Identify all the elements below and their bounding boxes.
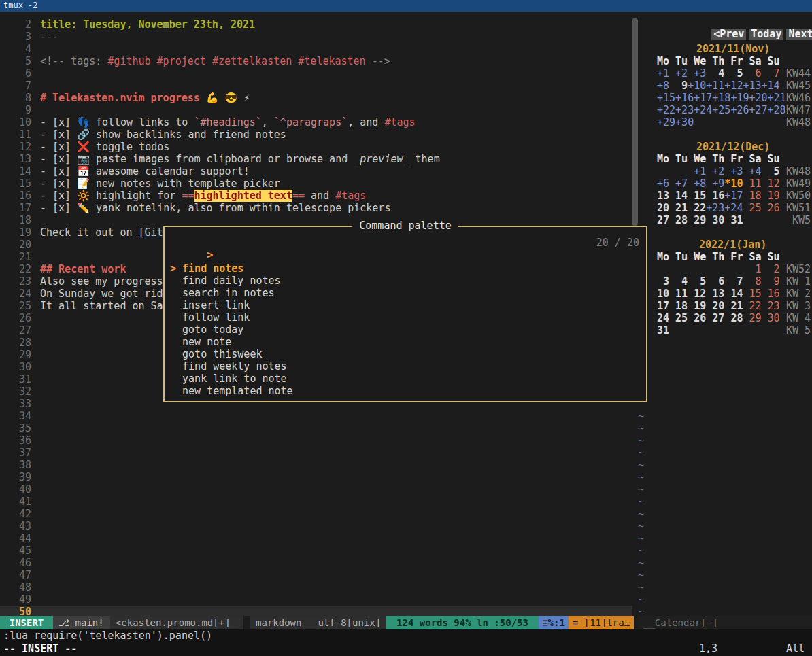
- calendar-day-link[interactable]: +7: [675, 177, 694, 190]
- palette-item[interactable]: new templated note: [170, 385, 293, 397]
- palette-item[interactable]: goto today: [170, 324, 243, 336]
- editor-line[interactable]: 3---: [0, 31, 632, 43]
- calendar-day-link[interactable]: +8: [694, 177, 712, 190]
- calendar-day-link[interactable]: +27: [749, 104, 767, 116]
- line-number: 37: [0, 447, 31, 459]
- editor-line[interactable]: 36: [0, 434, 632, 447]
- calendar-today-button[interactable]: Today: [749, 29, 783, 40]
- calendar-day-link[interactable]: +9: [712, 177, 724, 190]
- editor-line[interactable]: 42: [0, 508, 632, 520]
- command-line[interactable]: :lua require('telekasten').panel(): [3, 629, 212, 642]
- line-text: - [x] 📝 new notes with template picker: [40, 177, 280, 190]
- calendar-day-link[interactable]: +4: [749, 165, 767, 177]
- calendar-day: 13: [712, 288, 730, 300]
- palette-item[interactable]: find daily notes: [170, 275, 281, 287]
- editor-line[interactable]: 13- [x] 📷 paste images from clipboard or…: [0, 153, 632, 165]
- calendar-day-link[interactable]: +3: [730, 165, 749, 177]
- line-number: 7: [0, 80, 31, 92]
- scrollbar-thumb[interactable]: [632, 18, 638, 226]
- editor-line[interactable]: 35: [0, 422, 632, 434]
- text-segment: -->: [366, 55, 390, 67]
- line-text: - [x] 📅 awesome calendar support!: [40, 165, 250, 177]
- editor-line[interactable]: 9: [0, 104, 632, 116]
- editor-line[interactable]: 15- [x] 📝 new notes with template picker: [0, 177, 632, 190]
- editor-line[interactable]: 5<!-- tags: #github #project #zettelkast…: [0, 55, 632, 67]
- editor-line[interactable]: 34: [0, 410, 632, 422]
- palette-item[interactable]: > find notes: [170, 262, 243, 275]
- editor-line[interactable]: 41: [0, 496, 632, 508]
- calendar-day-link[interactable]: +17: [694, 92, 712, 104]
- editor-line[interactable]: 48: [0, 581, 632, 593]
- editor-line[interactable]: 10- [x] 👣 follow links to `#headings`, `…: [0, 116, 632, 128]
- calendar-day-link[interactable]: +20: [749, 92, 767, 104]
- editor-line[interactable]: 47: [0, 569, 632, 581]
- calendar-day-link[interactable]: +24: [694, 104, 712, 116]
- palette-prompt-input[interactable]: > 20 / 20: [170, 237, 639, 249]
- editor-line[interactable]: 37: [0, 447, 632, 459]
- editor-line[interactable]: 7: [0, 80, 632, 92]
- palette-item[interactable]: goto thisweek: [170, 348, 262, 360]
- line-number: 39: [0, 471, 31, 483]
- editor-line[interactable]: 12- [x] ❌ toggle todos: [0, 141, 632, 153]
- calendar-day-link[interactable]: +13: [743, 80, 761, 92]
- palette-item[interactable]: follow link: [170, 311, 250, 324]
- editor-line[interactable]: 16- [x] 🔆 highlight for ==highlighted te…: [0, 190, 632, 202]
- editor-line[interactable]: 46: [0, 557, 632, 569]
- editor-line[interactable]: 44: [0, 532, 632, 545]
- editor-line[interactable]: 8# Telekasten.nvim progress 💪 😎 ⚡: [0, 92, 632, 104]
- calendar-day-link[interactable]: +16: [675, 92, 694, 104]
- calendar-day-link[interactable]: +11: [706, 80, 724, 92]
- line-number: 40: [0, 483, 31, 496]
- editor-line[interactable]: 14- [x] 📅 awesome calendar support!: [0, 165, 632, 177]
- editor-line[interactable]: 2title: Tuesday, November 23th, 2021: [0, 18, 632, 31]
- text-segment: highlight for: [96, 190, 182, 202]
- editor-line[interactable]: 49: [0, 593, 632, 606]
- calendar-day-link[interactable]: +2: [712, 165, 730, 177]
- palette-item[interactable]: new note: [170, 336, 231, 348]
- text-segment: ---: [40, 31, 58, 43]
- calendar-day-link[interactable]: +18: [712, 92, 730, 104]
- calendar-day-link[interactable]: +26: [730, 104, 749, 116]
- editor-line[interactable]: 11- [x] 🔗 show backlinks and friend note…: [0, 128, 632, 141]
- calendar-day-link[interactable]: +2: [675, 67, 694, 80]
- editor-line[interactable]: 39: [0, 471, 632, 483]
- calendar-day-link[interactable]: +19: [730, 92, 749, 104]
- palette-item[interactable]: insert link: [170, 299, 250, 311]
- calendar-day-link[interactable]: +3: [694, 67, 712, 80]
- calendar-day-link[interactable]: +17: [724, 190, 743, 202]
- calendar-next-button[interactable]: Next>: [786, 29, 812, 40]
- calendar-day-link[interactable]: +30: [675, 116, 694, 128]
- filetype: markdown: [256, 617, 301, 628]
- calendar-day-link[interactable]: +12: [724, 80, 743, 92]
- calendar-day-link[interactable]: +14: [762, 80, 780, 92]
- editor-line[interactable]: 43: [0, 520, 632, 532]
- calendar-prev-button[interactable]: <Prev: [711, 29, 746, 40]
- calendar-day-link[interactable]: +22: [657, 104, 675, 116]
- calendar-day-link[interactable]: +23: [675, 104, 694, 116]
- calendar-day-link[interactable]: +10: [688, 80, 706, 92]
- editor-line[interactable]: 4: [0, 43, 632, 55]
- calendar-day-link[interactable]: +8: [657, 80, 675, 92]
- calendar-day-link[interactable]: +23: [706, 202, 724, 214]
- calendar-day-link[interactable]: *10: [724, 177, 743, 190]
- buffer-info: ≡ [11]tra…: [569, 616, 634, 629]
- editor-line[interactable]: 38: [0, 459, 632, 471]
- calendar-day-link[interactable]: +24: [724, 202, 743, 214]
- week-number: KW50: [782, 190, 811, 202]
- palette-item[interactable]: find weekly notes: [170, 360, 287, 373]
- calendar-day-link[interactable]: +1: [657, 67, 675, 80]
- calendar-day-link[interactable]: +15: [657, 92, 675, 104]
- text-segment: - [x]: [40, 153, 77, 165]
- calendar-day-link[interactable]: +1: [694, 165, 712, 177]
- calendar-day-link[interactable]: +6: [657, 177, 675, 190]
- editor-line[interactable]: 6: [0, 67, 632, 80]
- calendar-day-link[interactable]: +29: [657, 116, 675, 128]
- editor-line[interactable]: 18: [0, 214, 632, 226]
- palette-item[interactable]: yank link to note: [170, 373, 287, 385]
- highlighted-text: highlighted text: [194, 190, 292, 202]
- editor-line[interactable]: 45: [0, 545, 632, 557]
- palette-item[interactable]: search in notes: [170, 287, 275, 299]
- calendar-day-link[interactable]: +25: [712, 104, 730, 116]
- editor-line[interactable]: 17- [x] ✏️ yank notelink, also from wthi…: [0, 202, 632, 214]
- editor-line[interactable]: 40: [0, 483, 632, 496]
